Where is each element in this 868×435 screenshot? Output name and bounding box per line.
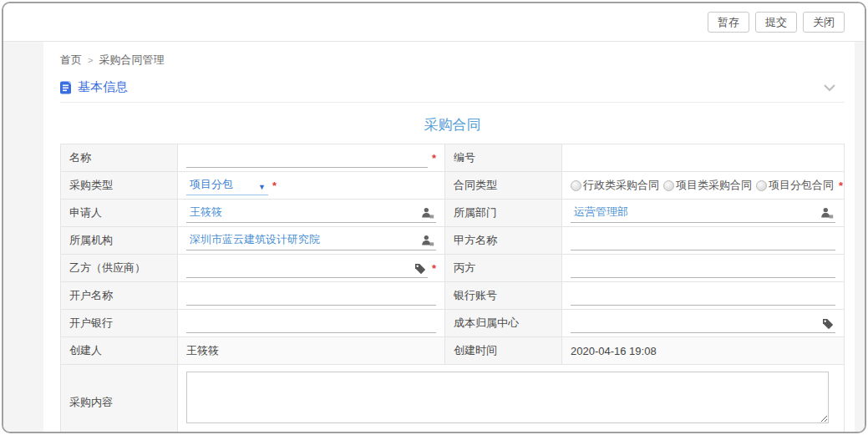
save-draft-button[interactable]: 暂存 xyxy=(708,12,749,33)
party-a-input[interactable] xyxy=(571,231,835,250)
caret-down-icon: ▼ xyxy=(258,182,266,192)
party-b-cell: * xyxy=(178,255,445,282)
radio-option-project[interactable]: 项目类采购合同 xyxy=(663,178,752,193)
create-time-cell: 2020-04-16 19:08 xyxy=(562,337,845,365)
row-bank-costcenter: 开户银行 成本归属中心 xyxy=(61,310,845,337)
purchase-content-cell xyxy=(178,365,845,434)
applicant-value[interactable]: 王筱筱 xyxy=(190,205,222,220)
document-icon xyxy=(60,81,72,94)
close-button[interactable]: 关闭 xyxy=(803,12,845,33)
submit-button[interactable]: 提交 xyxy=(755,12,797,33)
cost-center-cell xyxy=(562,310,845,337)
tag-picker-icon[interactable] xyxy=(822,318,834,330)
contract-type-radio-group: 行政类采购合同 项目类采购合同 项目分包合同 xyxy=(571,178,838,193)
section-title: 基本信息 xyxy=(78,79,128,95)
radio-label: 项目分包合同 xyxy=(769,178,834,193)
cost-center-label: 成本归属中心 xyxy=(445,310,562,337)
department-cell: 运营管理部 xyxy=(562,200,845,227)
applicant-label: 申请人 xyxy=(61,200,178,227)
breadcrumb-home[interactable]: 首页 xyxy=(60,53,82,68)
toolbar: 暂存 提交 关闭 xyxy=(3,3,865,42)
purchase-content-textarea[interactable] xyxy=(186,372,829,423)
bank-account-cell xyxy=(562,282,845,310)
row-creator-time: 创建人 王筱筱 创建时间 2020-04-16 19:08 xyxy=(61,337,845,365)
department-label: 所属部门 xyxy=(445,200,562,227)
code-cell xyxy=(562,144,845,172)
section-header: 基本信息 xyxy=(60,79,845,103)
purchase-type-cell: 项目分包 ▼ * xyxy=(178,172,445,200)
organization-cell: 深圳市蓝云建筑设计研究院 xyxy=(178,227,445,255)
bank-account-input[interactable] xyxy=(571,286,835,306)
party-c-label: 丙方 xyxy=(445,255,562,282)
radio-icon[interactable] xyxy=(571,180,581,191)
radio-option-subcontract[interactable]: 项目分包合同 xyxy=(756,178,834,193)
party-b-input[interactable] xyxy=(186,259,428,278)
row-partyb-partyc: 乙方（供应商） * 丙方 xyxy=(61,255,845,282)
row-account-bankno: 开户名称 银行账号 xyxy=(61,282,845,310)
organization-value[interactable]: 深圳市蓝云建筑设计研究院 xyxy=(190,232,320,247)
radio-option-admin[interactable]: 行政类采购合同 xyxy=(571,178,659,193)
app-window: 暂存 提交 关闭 首页 > 采购合同管理 xyxy=(2,2,866,433)
person-picker-icon[interactable] xyxy=(820,207,834,220)
row-name-code: 名称 * 编号 xyxy=(61,144,845,172)
name-cell: * xyxy=(178,144,445,172)
chevron-down-icon[interactable] xyxy=(823,83,836,92)
applicant-cell: 王筱筱 xyxy=(178,200,445,227)
purchase-content-label: 采购内容 xyxy=(61,365,178,434)
breadcrumb-separator: > xyxy=(88,55,93,65)
organization-label: 所属机构 xyxy=(61,227,178,255)
main-area: 首页 > 采购合同管理 基本信息 xyxy=(3,42,865,432)
bank-account-label: 银行账号 xyxy=(445,282,562,310)
purchase-type-value: 项目分包 xyxy=(190,177,233,192)
party-c-input[interactable] xyxy=(571,259,835,278)
account-name-input[interactable] xyxy=(186,286,436,306)
name-input[interactable] xyxy=(186,149,428,168)
radio-icon[interactable] xyxy=(663,180,674,191)
bank-cell xyxy=(178,310,445,337)
contract-type-cell: 行政类采购合同 项目类采购合同 项目分包合同 xyxy=(562,172,845,200)
purchase-type-select[interactable]: 项目分包 ▼ xyxy=(186,176,268,195)
radio-label: 项目类采购合同 xyxy=(676,178,752,193)
person-picker-icon[interactable] xyxy=(421,207,434,220)
person-picker-icon[interactable] xyxy=(421,235,434,247)
required-asterisk: * xyxy=(432,152,436,164)
contract-type-label: 合同类型 xyxy=(445,172,562,200)
bank-label: 开户银行 xyxy=(61,310,178,337)
party-a-cell xyxy=(562,227,845,255)
cost-center-input[interactable] xyxy=(571,314,835,333)
creator-cell: 王筱筱 xyxy=(178,337,445,365)
creator-value: 王筱筱 xyxy=(186,344,219,357)
row-types: 采购类型 项目分包 ▼ * 合同类型 xyxy=(61,172,845,200)
radio-label: 行政类采购合同 xyxy=(583,178,659,193)
required-asterisk: * xyxy=(272,180,277,192)
contract-form-table: 名称 * 编号 xyxy=(60,144,845,433)
content-card: 首页 > 采购合同管理 基本信息 xyxy=(43,42,855,432)
breadcrumb-current[interactable]: 采购合同管理 xyxy=(99,53,164,68)
row-applicant-department: 申请人 王筱筱 所属部门 xyxy=(61,200,845,227)
account-name-label: 开户名称 xyxy=(61,282,178,310)
department-value[interactable]: 运营管理部 xyxy=(574,205,628,220)
form-title: 采购合同 xyxy=(60,115,845,134)
organization-input[interactable]: 深圳市蓝云建筑设计研究院 xyxy=(186,231,436,250)
create-time-label: 创建时间 xyxy=(445,337,562,365)
radio-icon[interactable] xyxy=(756,180,767,191)
row-purchase-content: 采购内容 xyxy=(61,365,845,434)
party-b-label: 乙方（供应商） xyxy=(61,255,178,282)
required-asterisk: * xyxy=(839,180,843,192)
party-a-label: 甲方名称 xyxy=(445,227,562,255)
name-label: 名称 xyxy=(61,144,178,172)
row-organization-partya: 所属机构 深圳市蓝云建筑设计研究院 甲方名称 xyxy=(61,227,845,255)
breadcrumb: 首页 > 采购合同管理 xyxy=(60,42,845,68)
purchase-type-label: 采购类型 xyxy=(61,172,178,200)
required-asterisk: * xyxy=(432,262,436,275)
create-time-value: 2020-04-16 19:08 xyxy=(571,345,657,357)
account-name-cell xyxy=(178,282,445,310)
party-c-cell xyxy=(562,255,845,282)
code-label: 编号 xyxy=(445,144,562,172)
bank-input[interactable] xyxy=(186,314,436,333)
creator-label: 创建人 xyxy=(61,337,178,365)
applicant-input[interactable]: 王筱筱 xyxy=(186,204,436,223)
tag-picker-icon[interactable] xyxy=(414,263,426,275)
department-input[interactable]: 运营管理部 xyxy=(571,204,835,223)
